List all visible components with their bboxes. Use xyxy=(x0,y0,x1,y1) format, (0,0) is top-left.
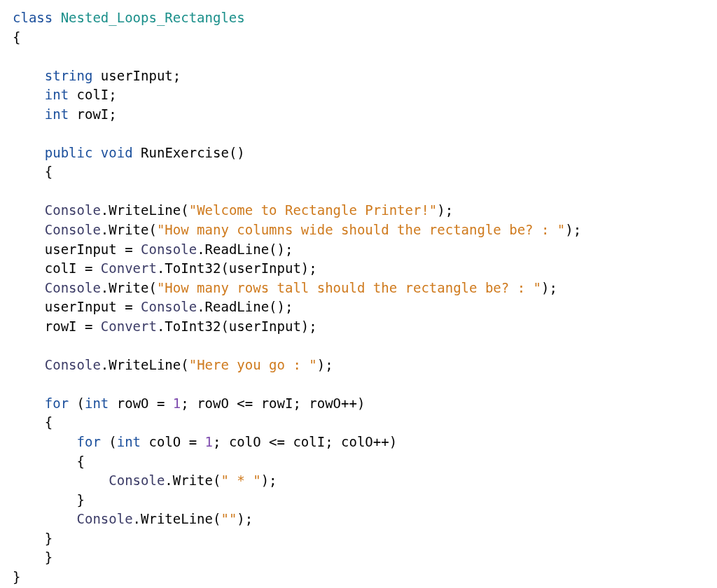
kw-int: int xyxy=(45,87,69,102)
console-class: Console xyxy=(141,241,197,257)
brace-close: } xyxy=(77,492,85,507)
kw-class: class xyxy=(13,10,53,25)
string-literal: "Here you go : " xyxy=(189,357,317,372)
brace-close: } xyxy=(45,550,53,565)
kw-for: for xyxy=(45,396,69,411)
write-call: .Write( xyxy=(165,472,221,488)
string-literal: "How many columns wide should the rectan… xyxy=(157,222,565,237)
assign-userinput: userInput = xyxy=(45,241,141,257)
for-open: ( xyxy=(101,434,117,449)
kw-public: public xyxy=(45,145,93,160)
stmt-end: ); xyxy=(437,202,453,218)
console-class: Console xyxy=(141,299,197,314)
kw-for: for xyxy=(77,434,101,449)
assign-coli: colI = xyxy=(45,260,101,276)
brace-open: { xyxy=(13,29,20,45)
stmt-end: ); xyxy=(237,511,253,526)
field-userinput: userInput; xyxy=(101,68,181,83)
brace-close: } xyxy=(45,531,53,546)
field-coli: colI; xyxy=(77,87,117,102)
class-name: Nested_Loops_Rectangles xyxy=(61,10,245,25)
toint32-call: .ToInt32(userInput); xyxy=(157,318,317,334)
writeline-call: .WriteLine( xyxy=(101,357,189,372)
for-open: ( xyxy=(69,396,85,411)
for-rest: ; colO <= colI; colO++) xyxy=(213,434,397,449)
for-init: colO = xyxy=(141,434,205,449)
string-literal: " * " xyxy=(221,472,260,488)
kw-int: int xyxy=(85,396,109,411)
console-class: Console xyxy=(45,357,101,372)
string-literal: "How many rows tall should the rectangle… xyxy=(157,280,541,295)
stmt-end: ); xyxy=(541,280,557,295)
number-literal: 1 xyxy=(205,434,213,449)
stmt-end: ); xyxy=(317,357,333,372)
console-class: Console xyxy=(45,280,101,295)
brace-close: } xyxy=(13,569,20,584)
field-rowi: rowI; xyxy=(77,106,117,122)
writeline-call: .WriteLine( xyxy=(101,202,189,218)
assign-userinput: userInput = xyxy=(45,299,141,314)
kw-void: void xyxy=(101,145,133,160)
write-call: .Write( xyxy=(101,222,157,237)
string-literal: "" xyxy=(221,511,237,526)
console-class: Console xyxy=(45,222,101,237)
stmt-end: ); xyxy=(261,472,277,488)
brace-open: { xyxy=(77,454,85,469)
convert-class: Convert xyxy=(101,318,157,334)
for-init: rowO = xyxy=(109,396,173,411)
for-rest: ; rowO <= rowI; rowO++) xyxy=(181,396,365,411)
stmt-end: ); xyxy=(565,222,581,237)
kw-string: string xyxy=(45,68,93,83)
toint32-call: .ToInt32(userInput); xyxy=(157,260,317,276)
string-literal: "Welcome to Rectangle Printer!" xyxy=(189,202,438,218)
method-name: RunExercise() xyxy=(141,145,245,160)
console-class: Console xyxy=(109,472,165,488)
kw-int: int xyxy=(117,434,141,449)
number-literal: 1 xyxy=(173,396,181,411)
assign-rowi: rowI = xyxy=(45,318,101,334)
kw-int: int xyxy=(45,106,69,122)
convert-class: Convert xyxy=(101,260,157,276)
console-class: Console xyxy=(77,511,133,526)
readline-call: .ReadLine(); xyxy=(197,241,293,257)
brace-open: { xyxy=(45,164,53,179)
readline-call: .ReadLine(); xyxy=(197,299,293,314)
writeline-call: .WriteLine( xyxy=(133,511,221,526)
write-call: .Write( xyxy=(101,280,157,295)
code-block: class Nested_Loops_Rectangles { string u… xyxy=(0,0,717,588)
brace-open: { xyxy=(45,414,53,430)
console-class: Console xyxy=(45,202,101,218)
